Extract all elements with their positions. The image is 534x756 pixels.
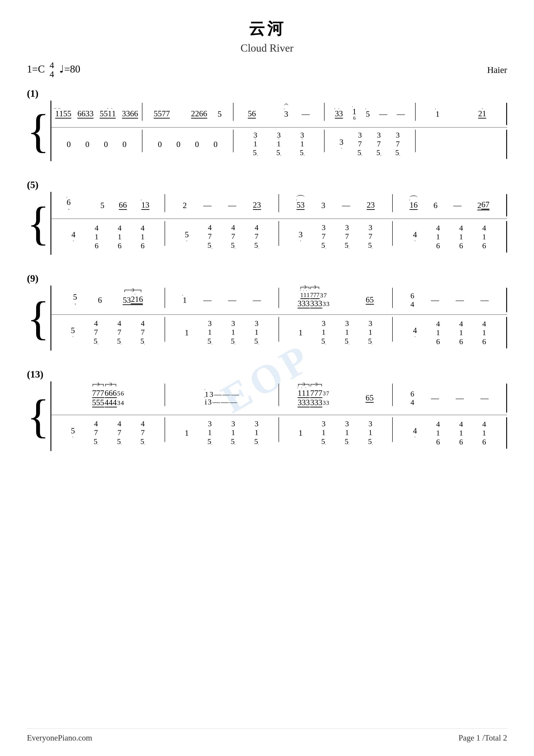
brace-5: { (27, 192, 50, 255)
grand-staff-5: { ·6· 5 6 6 (27, 192, 507, 255)
bass-row-5: 4· 416 416 416 (51, 219, 507, 255)
treble-row-1: ··1 ··1 5 5 6 6 3 3 (51, 100, 507, 127)
grand-staff-9: { 5· 6 3 (27, 285, 507, 351)
grand-staff-13: { 3 (27, 381, 507, 451)
measure-1-bass: 0 0 0 0 (51, 130, 142, 159)
treble-row-9: 5· 6 3 5 3 2 (51, 285, 507, 315)
staves-5: ·6· 5 6 6 ·1 3 (51, 192, 507, 255)
section-9: (9) { 5· 6 3 (27, 273, 507, 351)
score-container: (1) { ··1 ··1 (27, 88, 507, 451)
section-label-5: (5) (27, 179, 507, 191)
footer-page: Page 1 /Total 2 (459, 733, 507, 742)
tempo: ♩=80 (59, 63, 80, 75)
time-signature: 44 (50, 62, 57, 75)
title-chinese: 云河 (27, 18, 507, 40)
bass-row-1: 0 0 0 0 0 0 0 0 (51, 127, 507, 161)
treble-row-5: ·6· 5 6 6 ·1 3 (51, 192, 507, 219)
measure-4-treble: ·3 ·3 ·1 6 ·5 — — (324, 103, 415, 125)
section-label-13: (13) (27, 368, 507, 380)
section-5: (5) { ·6· 5 (27, 179, 507, 255)
score-page: EOP 云河 Cloud River 1=C 44 ♩=80 Haier (1)… (0, 0, 534, 756)
staves-1: ··1 ··1 5 5 6 6 3 3 (51, 100, 507, 161)
brace-1: { (27, 100, 50, 161)
key-signature: 1=C (27, 63, 45, 75)
composer: Haier (487, 65, 507, 75)
measure-2-treble: 5 5 7 7 2 2 6 6 (142, 103, 233, 125)
section-label-1: (1) (27, 88, 507, 99)
section-13: (13) { 3 (27, 368, 507, 451)
measure-3-treble: 5 6 ·3 — (234, 103, 324, 125)
bass-row-9: 5· 475· 475· 475· (51, 315, 507, 351)
measure-5-treble: ·1 2 ·1 (416, 103, 506, 125)
bass-row-13: 5· 475· 475· 475· (51, 415, 507, 451)
title-section: 云河 Cloud River (27, 18, 507, 54)
section-label-9: (9) (27, 273, 507, 284)
measure-1-treble: ··1 ··1 5 5 6 6 3 3 (51, 103, 142, 125)
footer-website: EveryonePiano.com (27, 733, 92, 742)
grand-staff-1: { ··1 ··1 5 5 (27, 100, 507, 161)
footer: EveryonePiano.com Page 1 /Total 2 (27, 728, 507, 742)
header-row: 1=C 44 ♩=80 Haier (27, 61, 507, 79)
treble-row-13: 3 7 7 7 3 (51, 381, 507, 415)
group-1155: ··1 ··1 5 5 (55, 110, 71, 119)
section-1: (1) { ··1 ··1 (27, 88, 507, 161)
title-english: Cloud River (27, 42, 507, 54)
key-tempo: 1=C 44 ♩=80 (27, 61, 80, 79)
